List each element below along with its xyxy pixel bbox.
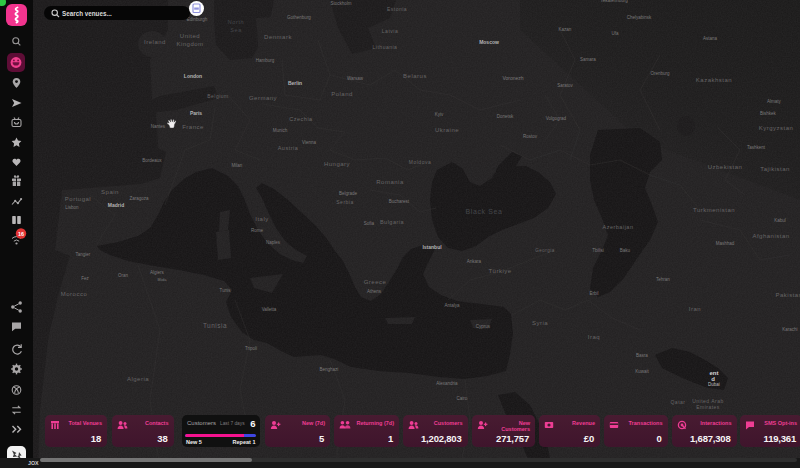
svg-text:16: 16: [18, 231, 24, 237]
